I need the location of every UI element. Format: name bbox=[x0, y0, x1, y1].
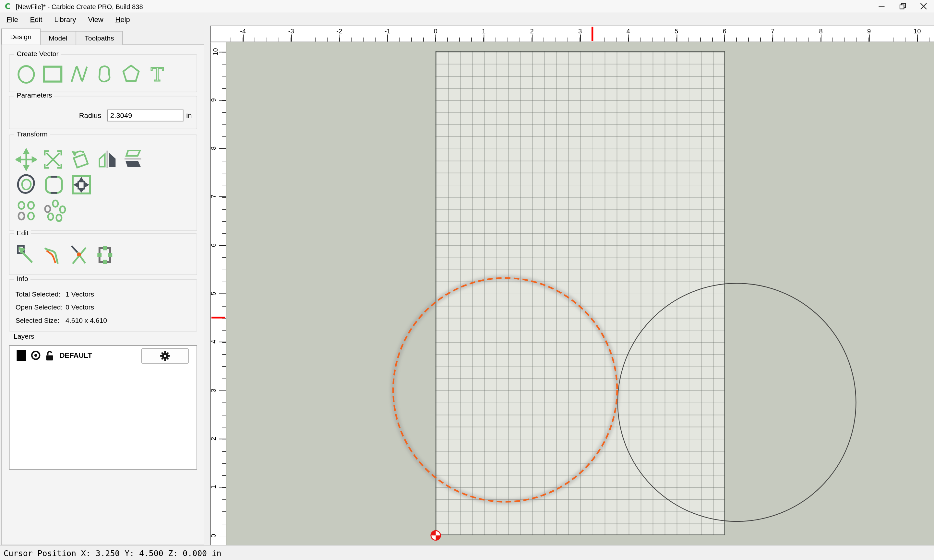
sidebar-tabs: DesignModelToolpaths bbox=[1, 29, 123, 45]
v-ruler-number: 6 bbox=[210, 243, 217, 247]
layer-settings-button[interactable] bbox=[141, 348, 189, 364]
restore-button[interactable] bbox=[892, 0, 913, 12]
radius-label: Radius bbox=[79, 111, 102, 120]
node-edit-tool-icon[interactable] bbox=[15, 243, 37, 267]
create-vector-group: Create Vector T bbox=[9, 54, 197, 92]
minimize-button[interactable] bbox=[871, 0, 892, 12]
v-ruler-major-tick bbox=[219, 342, 226, 343]
offset-tool-icon[interactable] bbox=[15, 173, 38, 197]
radius-input[interactable] bbox=[107, 109, 183, 122]
h-ruler-number: 6 bbox=[723, 27, 726, 34]
layer-row-default[interactable]: DEFAULT bbox=[9, 346, 197, 365]
v-ruler-major-tick bbox=[219, 487, 226, 488]
rectangle-tool-icon[interactable] bbox=[42, 63, 65, 85]
layer-visibility-eye-icon[interactable] bbox=[31, 350, 41, 361]
carbide-create-window: C [NewFile]* - Carbide Create PRO, Build… bbox=[0, 0, 934, 560]
group-title: Create Vector bbox=[14, 50, 61, 57]
design-canvas[interactable] bbox=[227, 42, 934, 546]
close-icon bbox=[920, 3, 927, 9]
menu-item-edit[interactable]: Edit bbox=[24, 14, 48, 26]
move-tool-icon[interactable] bbox=[15, 148, 37, 171]
rotate-tool-icon[interactable] bbox=[69, 148, 92, 171]
h-ruler-major-tick bbox=[580, 35, 581, 42]
v-ruler-major-tick bbox=[219, 148, 226, 149]
h-ruler-major-tick bbox=[339, 35, 340, 42]
tab-design[interactable]: Design bbox=[1, 29, 40, 45]
polyline-tool-icon[interactable] bbox=[69, 63, 89, 85]
h-ruler-major-tick bbox=[532, 35, 533, 42]
info-label: Selected Size: bbox=[15, 317, 59, 324]
polygon-tool-icon[interactable] bbox=[120, 63, 142, 85]
scale-tool-icon[interactable] bbox=[42, 148, 65, 171]
layers-title: Layers bbox=[14, 333, 34, 340]
transform-tools-row2 bbox=[15, 173, 98, 197]
circle-tool-icon[interactable] bbox=[15, 63, 37, 85]
circular-array-tool-icon[interactable] bbox=[43, 199, 66, 222]
restore-icon bbox=[899, 3, 906, 9]
layers-list: DEFAULT bbox=[9, 345, 197, 469]
gear-icon bbox=[160, 351, 170, 362]
menu-item-help[interactable]: Help bbox=[109, 14, 136, 26]
group-title: Info bbox=[14, 275, 31, 282]
info-value: 4.610 x 4.610 bbox=[66, 317, 107, 324]
h-ruler-number: 7 bbox=[771, 27, 774, 34]
h-ruler-number: 0 bbox=[434, 27, 438, 34]
group-title: Transform bbox=[14, 130, 50, 137]
group-title: Edit bbox=[14, 229, 31, 236]
vector-layer bbox=[227, 42, 934, 546]
resize-tool-icon[interactable] bbox=[70, 173, 93, 197]
layer-color-swatch[interactable] bbox=[17, 350, 26, 361]
h-ruler-major-tick bbox=[484, 35, 484, 42]
info-group: Info Total Selected: 1 Vectors Open Sele… bbox=[9, 279, 197, 332]
h-ruler-major-tick bbox=[243, 35, 244, 42]
h-ruler-number: 3 bbox=[578, 27, 582, 34]
mirror-tool-icon[interactable] bbox=[97, 148, 118, 171]
origin-marker bbox=[431, 531, 441, 540]
info-label: Open Selected: bbox=[15, 304, 63, 311]
h-ruler-number: 8 bbox=[819, 27, 823, 34]
ruler-corner bbox=[210, 26, 227, 42]
transform-tools-row3 bbox=[15, 199, 72, 222]
v-ruler-major-tick bbox=[219, 197, 226, 197]
h-ruler-major-tick bbox=[724, 35, 725, 42]
h-ruler-number: -4 bbox=[240, 27, 246, 34]
layer-unlock-icon[interactable] bbox=[45, 350, 55, 361]
curve-tool-icon[interactable] bbox=[94, 63, 116, 85]
menu-bar: FileEditLibraryViewHelp bbox=[0, 12, 934, 27]
h-ruler-major-tick bbox=[917, 35, 918, 42]
v-ruler-number: 8 bbox=[210, 146, 217, 150]
app-logo-icon: C bbox=[5, 2, 11, 10]
h-ruler-number: -2 bbox=[336, 27, 342, 34]
flip-tool-icon[interactable] bbox=[123, 148, 143, 171]
tab-model[interactable]: Model bbox=[40, 31, 77, 45]
menu-item-view[interactable]: View bbox=[82, 14, 109, 26]
info-open-selected: Open Selected: 0 Vectors bbox=[15, 304, 191, 313]
linear-array-tool-icon[interactable] bbox=[15, 199, 38, 222]
v-ruler-major-tick bbox=[219, 390, 226, 391]
info-value: 0 Vectors bbox=[66, 304, 94, 311]
close-button[interactable] bbox=[913, 0, 934, 12]
join-vectors-tool-icon[interactable] bbox=[94, 243, 116, 267]
text-tool-icon[interactable]: T bbox=[146, 63, 168, 85]
menu-item-file[interactable]: File bbox=[1, 14, 24, 26]
h-ruler-major-tick bbox=[869, 35, 870, 42]
edit-tools bbox=[15, 243, 120, 267]
h-ruler-number: 5 bbox=[675, 27, 678, 34]
curve-edit-tool-icon[interactable] bbox=[42, 243, 65, 267]
menu-item-library[interactable]: Library bbox=[48, 14, 82, 26]
h-ruler-cursor-marker bbox=[591, 27, 593, 41]
unit-label: in bbox=[186, 111, 192, 120]
v-ruler-number: 4 bbox=[210, 340, 217, 343]
circle-vector[interactable] bbox=[618, 283, 856, 522]
v-ruler-number: 0 bbox=[210, 534, 217, 537]
v-ruler-number: 5 bbox=[210, 292, 217, 295]
h-ruler-major-tick bbox=[821, 35, 821, 42]
title-bar: C [NewFile]* - Carbide Create PRO, Build… bbox=[0, 0, 934, 12]
info-total-selected: Total Selected: 1 Vectors bbox=[15, 290, 191, 300]
v-ruler-number: 2 bbox=[210, 437, 217, 440]
v-ruler-number: 3 bbox=[210, 389, 217, 392]
trim-tool-icon[interactable] bbox=[69, 243, 89, 267]
tab-toolpaths[interactable]: Toolpaths bbox=[76, 31, 123, 45]
h-ruler-major-tick bbox=[773, 35, 774, 42]
round-corners-tool-icon[interactable] bbox=[43, 173, 66, 197]
